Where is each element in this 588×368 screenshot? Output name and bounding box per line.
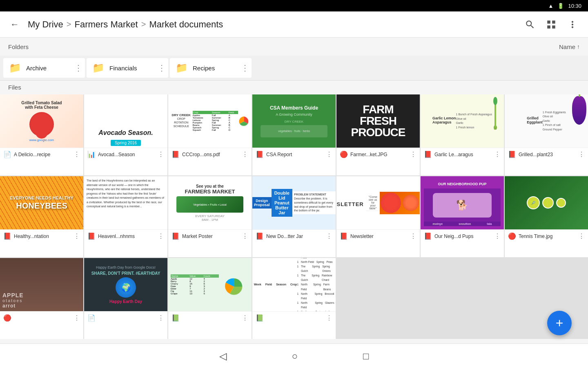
folders-section-header: Folders Name ↑	[0, 38, 588, 56]
nav-back-icon: ◁	[219, 350, 227, 361]
file-thumb-3: CSA Members Guide A Growing Community DR…	[252, 94, 336, 148]
breadcrumb-current: Market documents	[149, 19, 223, 30]
file-more-icon[interactable]: ⋮	[494, 232, 501, 240]
file-more-icon[interactable]: ⋮	[326, 314, 332, 322]
file-item-10[interactable]: Design Proposal Double Lid Peanut Butter…	[252, 176, 336, 257]
file-more-icon[interactable]: ⋮	[158, 150, 164, 158]
sheet-icon: 📗	[256, 314, 264, 322]
file-more-icon[interactable]: ⋮	[242, 314, 248, 322]
search-button[interactable]	[521, 16, 539, 34]
file-more-icon[interactable]: ⋮	[74, 232, 80, 240]
file-name-2: CCCrop...ons.pdf	[182, 152, 239, 157]
sheet-icon: 📗	[172, 314, 180, 322]
folder-more-icon[interactable]: ⋮	[158, 63, 166, 73]
file-thumb-6: GrilledEggplant 1 Fresh Eggplants Olive …	[505, 94, 588, 148]
image-icon: 🔴	[508, 232, 516, 240]
file-more-icon[interactable]: ⋮	[242, 150, 248, 158]
file-name-7: Healthy...ntation	[14, 233, 71, 239]
file-item-14[interactable]: Apple otatoes arrot 🔴 ⋮	[0, 258, 83, 339]
image-icon: 🔴	[340, 150, 348, 158]
nav-recent-icon: □	[363, 350, 369, 361]
folder-item-archive[interactable]: 📁 Archive ⋮	[3, 58, 85, 78]
file-item-2[interactable]: DRY CREEKCROP ROTATION SCHEDULE CropSeas…	[168, 94, 252, 175]
file-name-1: Avocad...Season	[98, 152, 155, 157]
wifi-icon: ▲	[548, 3, 554, 9]
sort-button[interactable]: Name ↑	[559, 43, 580, 50]
file-info-2: 📕 CCCrop...ons.pdf ⋮	[168, 148, 252, 161]
folder-more-icon[interactable]: ⋮	[241, 63, 249, 73]
file-info-6: 📕 Grilled...plant23 ⋮	[505, 148, 588, 161]
top-bar-actions	[521, 16, 581, 34]
folder-item-financials[interactable]: 📁 Financials ⋮	[87, 58, 168, 78]
file-more-icon[interactable]: ⋮	[494, 150, 501, 158]
nav-home-button[interactable]: ○	[292, 350, 298, 362]
top-bar: ← My Drive > Farmers Market > Market doc…	[0, 11, 588, 38]
image-icon: 🔴	[3, 314, 11, 322]
file-item-8[interactable]: The land of the Houyhnhnms can be interp…	[84, 176, 167, 257]
file-item-5[interactable]: Garlic LemonAsparagus 1 Bunch of Fresh A…	[421, 94, 504, 175]
pdf-icon: 📕	[256, 232, 264, 240]
file-thumb-2: DRY CREEKCROP ROTATION SCHEDULE CropSeas…	[168, 94, 252, 148]
svg-point-3	[493, 97, 497, 105]
file-info-14: 🔴 ⋮	[0, 311, 83, 324]
file-name-10: New Do...tter Jar	[266, 233, 323, 239]
file-item-3[interactable]: CSA Members Guide A Growing Community DR…	[252, 94, 336, 175]
breadcrumb-root[interactable]: My Drive	[28, 19, 63, 30]
sort-arrow-icon: ↑	[577, 43, 580, 50]
file-thumb-16: NameValueCount Apple124 Berry82 Cherry15…	[168, 258, 252, 311]
file-thumb-11: NEWSLETTER "Come see us for your table"	[336, 176, 420, 229]
grid-view-button[interactable]	[542, 16, 560, 34]
file-thumb-10: Design Proposal Double Lid Peanut Butter…	[252, 176, 336, 229]
add-icon: +	[556, 316, 564, 330]
file-info-7: 📕 Healthy...ntation ⋮	[0, 229, 83, 242]
file-more-icon[interactable]: ⋮	[74, 314, 80, 322]
file-info-15: 📄 ⋮	[84, 311, 167, 324]
file-item-17[interactable]: WeekFieldSeasonCrop 1Mart FieldSpringStr…	[252, 258, 336, 339]
more-options-button[interactable]	[564, 16, 581, 34]
file-more-icon[interactable]: ⋮	[578, 150, 585, 158]
status-time: 10:30	[568, 3, 581, 9]
file-info-12: 📕 Our Neig...d Pups ⋮	[421, 229, 504, 242]
nav-back-button[interactable]: ◁	[219, 350, 227, 362]
file-item-6[interactable]: GrilledEggplant 1 Fresh Eggplants Olive …	[505, 94, 588, 175]
file-more-icon[interactable]: ⋮	[326, 232, 332, 240]
file-more-icon[interactable]: ⋮	[410, 232, 416, 240]
file-item-16[interactable]: NameValueCount Apple124 Berry82 Cherry15…	[168, 258, 252, 339]
file-more-icon[interactable]: ⋮	[242, 232, 248, 240]
folder-icon-yellow: 📁	[92, 62, 105, 74]
folder-item-recipes[interactable]: 📁 Recipes ⋮	[170, 58, 252, 78]
folder-more-icon[interactable]: ⋮	[74, 63, 82, 73]
file-more-icon[interactable]: ⋮	[410, 150, 416, 158]
file-more-icon[interactable]: ⋮	[578, 232, 585, 240]
file-item-4[interactable]: FARMFRESHPRODUCE 🔴 Farmer...ket.JPG ⋮	[336, 94, 420, 175]
doc-icon: 📄	[3, 150, 11, 158]
file-item-9[interactable]: See you at theFARMERS MARKET Vegetables …	[168, 176, 252, 257]
file-item-13[interactable]: 🎾 🔴 Tennis Time.jpg ⋮	[505, 176, 588, 257]
breadcrumb-mid[interactable]: Farmers Market	[74, 19, 138, 30]
file-item-7[interactable]: EVERYONE NEEDS HEALTHY HONEYBEES 📕 Healt…	[0, 176, 83, 257]
file-item-1[interactable]: Avocado Season. Spring 2016 📊 Avocad...S…	[84, 94, 167, 175]
sort-label: Name	[559, 43, 575, 50]
fab-add-button[interactable]: +	[547, 311, 572, 335]
nav-recent-button[interactable]: □	[363, 350, 369, 362]
pdf-icon: 📕	[256, 150, 264, 158]
file-more-icon[interactable]: ⋮	[326, 150, 332, 158]
back-button[interactable]: ←	[7, 16, 23, 33]
file-name-5: Garlic Le...aragus	[434, 152, 492, 157]
file-more-icon[interactable]: ⋮	[74, 150, 80, 158]
slide-icon: 📊	[87, 150, 96, 158]
file-name-9: Market Poster	[182, 233, 239, 239]
file-item-15[interactable]: Happy Earth Day from Google Docs! SHARE,…	[84, 258, 167, 339]
file-more-icon[interactable]: ⋮	[158, 314, 164, 322]
file-info-17: 📗 ⋮	[252, 311, 336, 324]
file-item-0[interactable]: Grilled Tomato Saladwith Feta Cheese www…	[0, 94, 83, 175]
file-thumb-0: Grilled Tomato Saladwith Feta Cheese www…	[0, 94, 83, 148]
doc-icon: 📄	[87, 314, 96, 322]
file-thumb-8: The land of the Houyhnhnms can be interp…	[84, 176, 167, 229]
folder-icon-purple: 📁	[176, 62, 188, 74]
file-more-icon[interactable]: ⋮	[158, 232, 164, 240]
pdf-icon: 📕	[172, 150, 180, 158]
file-item-12[interactable]: OUR NEIGHBORHOOD PUP 🐕 molnye snoutton t…	[421, 176, 504, 257]
back-arrow-icon: ←	[10, 19, 19, 30]
file-item-11[interactable]: NEWSLETTER "Come see us for your table" …	[336, 176, 420, 257]
